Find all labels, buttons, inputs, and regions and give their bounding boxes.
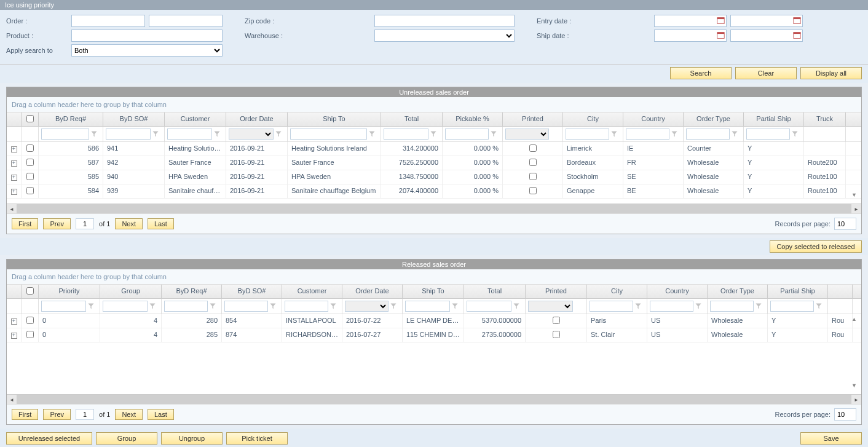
unreleased-selected-button[interactable]: Unreleased selected [6, 432, 92, 445]
row-checkbox[interactable] [26, 144, 34, 152]
col-country[interactable]: Country [623, 113, 684, 126]
filter-icon[interactable] [671, 130, 678, 138]
filter-icon[interactable] [87, 303, 95, 310]
filter-input[interactable] [467, 301, 511, 312]
row-checkbox[interactable] [26, 173, 34, 180]
col-total[interactable]: Total [381, 113, 443, 126]
col-total[interactable]: Total [464, 285, 526, 298]
zip-input[interactable] [374, 15, 515, 27]
filter-input[interactable] [41, 129, 89, 140]
filter-input[interactable] [590, 301, 633, 312]
filter-input[interactable] [164, 301, 208, 312]
col-ship-to[interactable]: Ship To [288, 113, 381, 126]
col-truck[interactable]: Truck [804, 113, 846, 126]
filter-icon[interactable] [490, 130, 497, 138]
filter-icon[interactable] [815, 303, 823, 310]
scroll-up-icon[interactable]: ▲ [851, 316, 860, 322]
pick-ticket-button[interactable]: Pick ticket [226, 432, 288, 445]
first-button[interactable]: First [12, 409, 38, 420]
col-city[interactable]: City [563, 113, 623, 126]
page-input[interactable] [76, 409, 94, 420]
filter-input[interactable] [746, 129, 790, 140]
col-customer[interactable]: Customer [282, 285, 342, 298]
row-checkbox[interactable] [26, 187, 34, 194]
col-byd-so[interactable]: ByD SO# [222, 285, 282, 298]
expand-icon[interactable]: + [11, 333, 17, 339]
table-row[interactable]: +585940HPA Sweden2016-09-21HPA Sweden134… [7, 170, 861, 184]
rpp-input[interactable] [834, 218, 856, 230]
col-order-date[interactable]: Order Date [342, 285, 403, 298]
col-order-type[interactable]: Order Type [684, 113, 744, 126]
col-pickable[interactable]: Pickable % [443, 113, 503, 126]
filter-input[interactable] [224, 301, 268, 312]
filter-icon[interactable] [390, 303, 397, 310]
scroll-right-icon[interactable]: ► [852, 205, 861, 213]
filter-icon[interactable] [451, 303, 459, 310]
h-scrollbar[interactable]: ◄ ► [7, 394, 861, 404]
col-priority[interactable]: Priority [39, 285, 100, 298]
scroll-down-icon[interactable]: ▼ [851, 382, 860, 389]
filter-input[interactable] [445, 129, 489, 140]
prev-button[interactable]: Prev [43, 409, 71, 420]
col-order-date[interactable]: Order Date [226, 113, 288, 126]
rpp-input[interactable] [834, 408, 856, 421]
printed-checkbox[interactable] [529, 144, 537, 152]
clear-button[interactable]: Clear [735, 67, 797, 79]
filter-icon[interactable] [152, 130, 159, 138]
h-scrollbar[interactable]: ◄ ► [7, 204, 861, 213]
expand-icon[interactable]: + [11, 175, 17, 181]
col-partial-ship[interactable]: Partial Ship [744, 113, 804, 126]
group-button[interactable]: Group [96, 432, 157, 445]
expand-icon[interactable]: + [11, 146, 17, 152]
select-all-checkbox[interactable] [26, 115, 34, 122]
col-byd-req[interactable]: ByD Req# [162, 285, 222, 298]
printed-checkbox[interactable] [529, 187, 537, 194]
table-row[interactable]: +584939Sanitaire chauffage B2016-09-21Sa… [7, 184, 861, 199]
col-byd-so[interactable]: ByD SO# [103, 113, 165, 126]
expand-icon[interactable]: + [11, 160, 17, 167]
printed-checkbox[interactable] [553, 331, 560, 338]
next-button[interactable]: Next [115, 409, 143, 420]
filter-icon[interactable] [634, 303, 642, 310]
scroll-left-icon[interactable]: ◄ [7, 205, 16, 213]
entry-date-to[interactable] [730, 15, 803, 27]
order-input-2[interactable] [149, 15, 223, 27]
filter-icon[interactable] [149, 303, 156, 310]
filter-icon[interactable] [209, 303, 216, 310]
table-row[interactable]: +04285874RICHARDSON CANNI2016-07-27115 C… [7, 328, 861, 342]
ungroup-button[interactable]: Ungroup [161, 432, 223, 445]
filter-select[interactable] [345, 301, 389, 312]
filter-input[interactable] [167, 129, 212, 140]
apply-search-select[interactable]: Both [71, 44, 223, 57]
filter-icon[interactable] [329, 303, 337, 310]
scroll-left-icon[interactable]: ◄ [7, 395, 16, 404]
prev-button[interactable]: Prev [43, 218, 71, 229]
filter-select[interactable] [229, 129, 274, 140]
display-all-button[interactable]: Display all [800, 67, 862, 79]
col-partial-ship[interactable]: Partial Ship [768, 285, 828, 298]
col-city[interactable]: City [587, 285, 647, 298]
filter-input[interactable] [710, 301, 754, 312]
expand-icon[interactable]: + [11, 318, 17, 325]
filter-input[interactable] [626, 129, 669, 140]
expand-icon[interactable]: + [11, 189, 17, 195]
filter-icon[interactable] [90, 130, 98, 138]
table-row[interactable]: +04280854INSTALLAPOOL2016-07-22LE CHAMP … [7, 314, 861, 328]
last-button[interactable]: Last [148, 409, 174, 420]
calendar-icon[interactable] [793, 17, 801, 25]
row-checkbox[interactable] [26, 317, 34, 324]
col-country[interactable]: Country [647, 285, 708, 298]
filter-input[interactable] [566, 129, 609, 140]
table-row[interactable]: +586941Heating Solutions Ire2016-09-21He… [7, 142, 861, 156]
filter-input[interactable] [405, 301, 450, 312]
calendar-icon[interactable] [793, 31, 801, 39]
calendar-icon[interactable] [717, 17, 725, 25]
col-byd-req[interactable]: ByD Req# [39, 113, 103, 126]
row-checkbox[interactable] [26, 159, 34, 166]
filter-icon[interactable] [755, 303, 762, 310]
filter-icon[interactable] [513, 303, 520, 310]
filter-select[interactable] [505, 129, 549, 140]
col-customer[interactable]: Customer [165, 113, 226, 126]
filter-icon[interactable] [610, 130, 618, 138]
filter-input[interactable] [106, 129, 151, 140]
